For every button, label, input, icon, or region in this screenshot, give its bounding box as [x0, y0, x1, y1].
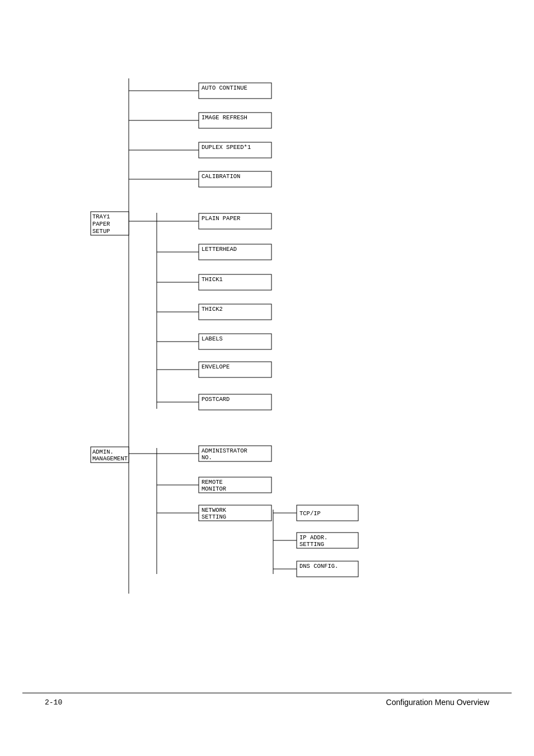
plain-paper-label: PLAIN PAPER: [202, 215, 241, 222]
postcard-label: POSTCARD: [202, 396, 229, 403]
tree-diagram: AUTO CONTINUE IMAGE REFRESH DUPLEX SPEED…: [0, 0, 534, 644]
footer-title: Configuration Menu Overview: [386, 698, 489, 707]
svg-text:MANAGEMENT: MANAGEMENT: [92, 455, 128, 462]
ip-addr-label: IP ADDR.: [299, 534, 327, 541]
diagram-area: AUTO CONTINUE IMAGE REFRESH DUPLEX SPEED…: [0, 0, 534, 756]
admin-label: ADMIN.: [92, 449, 114, 455]
page: AUTO CONTINUE IMAGE REFRESH DUPLEX SPEED…: [0, 0, 534, 756]
auto-continue-label: AUTO CONTINUE: [202, 85, 247, 91]
thick2-label: THICK2: [202, 306, 223, 312]
footer: 2-10 Configuration Menu Overview: [22, 693, 512, 711]
letterhead-label: LETTERHEAD: [202, 246, 237, 253]
svg-text:MONITOR: MONITOR: [202, 486, 227, 492]
dns-config-label: DNS CONFIG.: [299, 563, 338, 570]
svg-text:NO.: NO.: [202, 454, 212, 461]
tcp-ip-label: TCP/IP: [299, 510, 321, 517]
calibration-label: CALIBRATION: [202, 173, 240, 180]
remote-monitor-label: REMOTE: [202, 479, 223, 486]
envelope-label: ENVELOPE: [202, 363, 229, 370]
svg-text:SETTING: SETTING: [299, 541, 324, 548]
network-setting-label: NETWORK: [202, 507, 227, 514]
image-refresh-label: IMAGE REFRESH: [202, 114, 247, 121]
page-number: 2-10: [45, 698, 62, 707]
admin-no-label: ADMINISTRATOR: [202, 447, 248, 454]
thick1-label: THICK1: [202, 276, 223, 283]
svg-text:PAPER: PAPER: [92, 221, 110, 227]
labels-label: LABELS: [202, 335, 223, 342]
tray1-label: TRAY1: [92, 213, 110, 220]
svg-text:SETTING: SETTING: [202, 514, 226, 520]
svg-text:SETUP: SETUP: [92, 228, 110, 235]
duplex-speed-label: DUPLEX SPEED*1: [202, 144, 251, 151]
